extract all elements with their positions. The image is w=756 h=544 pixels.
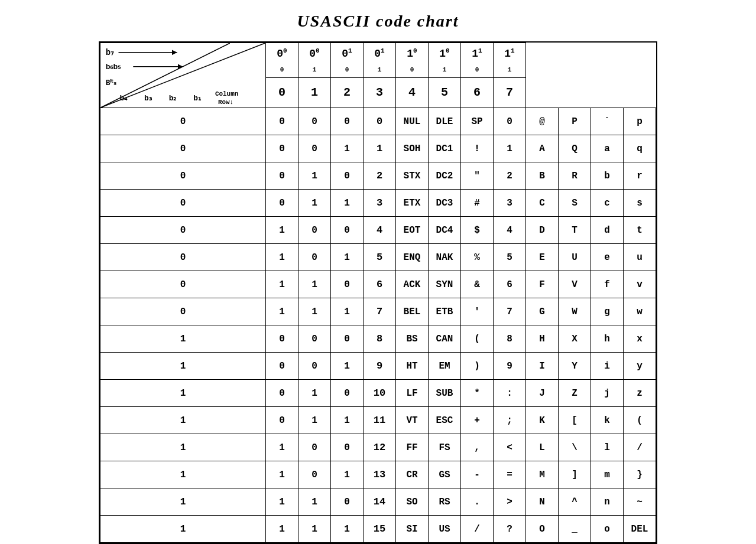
cell-11-0: VT [396, 407, 429, 434]
row-15-b2: 1 [298, 516, 331, 543]
header-b7-7: 111 [494, 43, 526, 78]
row-10-b1: 0 [331, 380, 364, 407]
table-row: 01004EOTDC4$4DTdt [100, 217, 656, 244]
cell-12-1: FS [429, 434, 461, 461]
cell-11-1: ESC [429, 407, 461, 434]
row-8-b4: 1 [100, 325, 266, 353]
cell-3-2: # [461, 190, 494, 217]
row-8-b2: 0 [298, 325, 331, 353]
row-2-b2: 1 [298, 162, 331, 190]
cell-0-6: ` [591, 108, 624, 135]
cell-2-4: B [526, 162, 559, 190]
row-6-b1: 0 [331, 271, 364, 298]
row-11-b4: 1 [100, 407, 266, 434]
table-row: 101111VTESC+;K[k( [100, 407, 656, 434]
row-4-b2: 0 [298, 217, 331, 244]
table-row: 01117BELETB'7GWgw [100, 298, 656, 325]
cell-10-6: j [591, 380, 624, 407]
page-title: USASCII code chart [297, 12, 459, 31]
cell-3-4: C [526, 190, 559, 217]
header-b7-6: 110 [461, 43, 494, 78]
cell-15-3: ? [494, 516, 526, 543]
cell-3-0: ETX [396, 190, 429, 217]
cell-0-1: DLE [429, 108, 461, 135]
row-12-b2: 0 [298, 434, 331, 461]
cell-6-2: & [461, 271, 494, 298]
row-14-b4: 1 [100, 488, 266, 516]
cell-15-5: _ [559, 516, 591, 543]
table-row: 00102STXDC2"2BRbr [100, 162, 656, 190]
cell-13-4: M [526, 461, 559, 488]
cell-9-6: i [591, 353, 624, 380]
cell-10-4: J [526, 380, 559, 407]
cell-12-4: L [526, 434, 559, 461]
corner-cell: b₇ b₆b₅ Bᴵᵗₛ b₄ [100, 43, 266, 108]
cell-14-5: ^ [559, 488, 591, 516]
cell-8-7: x [624, 325, 656, 353]
cell-7-5: W [559, 298, 591, 325]
cell-1-5: Q [559, 135, 591, 162]
cell-6-7: v [624, 271, 656, 298]
row-15-b4: 1 [100, 516, 266, 543]
cell-12-0: FF [396, 434, 429, 461]
cell-13-6: m [591, 461, 624, 488]
cell-6-5: V [559, 271, 591, 298]
cell-0-5: P [559, 108, 591, 135]
cell-3-6: c [591, 190, 624, 217]
cell-2-0: STX [396, 162, 429, 190]
row-3-b4: 0 [100, 190, 266, 217]
row-5-b1: 1 [331, 244, 364, 271]
row-9-b3: 0 [266, 353, 298, 380]
cell-7-4: G [526, 298, 559, 325]
row-9-num: 9 [364, 353, 396, 380]
cell-13-7: } [624, 461, 656, 488]
col-num-0: 0 [266, 77, 298, 108]
row-12-b1: 0 [331, 434, 364, 461]
cell-13-5: ] [559, 461, 591, 488]
row-14-b3: 1 [266, 488, 298, 516]
cell-7-2: ' [461, 298, 494, 325]
row-0-num: 0 [364, 108, 396, 135]
row-13-b1: 1 [331, 461, 364, 488]
row-2-b4: 0 [100, 162, 266, 190]
row-13-b3: 1 [266, 461, 298, 488]
row-8-b1: 0 [331, 325, 364, 353]
cell-11-4: K [526, 407, 559, 434]
row-1-b4: 0 [100, 135, 266, 162]
col-num-3: 3 [364, 77, 396, 108]
row-15-b1: 1 [331, 516, 364, 543]
cell-9-2: ) [461, 353, 494, 380]
row-15-b3: 1 [266, 516, 298, 543]
cell-2-1: DC2 [429, 162, 461, 190]
row-2-num: 2 [364, 162, 396, 190]
cell-9-1: EM [429, 353, 461, 380]
table-row: 110113CRGS-=M]m} [100, 461, 656, 488]
row-8-b3: 0 [266, 325, 298, 353]
row-4-b1: 0 [331, 217, 364, 244]
cell-12-7: / [624, 434, 656, 461]
cell-6-4: F [526, 271, 559, 298]
cell-13-3: = [494, 461, 526, 488]
row-6-b3: 1 [266, 271, 298, 298]
cell-3-7: s [624, 190, 656, 217]
row-3-b2: 1 [298, 190, 331, 217]
cell-4-3: 4 [494, 217, 526, 244]
cell-4-1: DC4 [429, 217, 461, 244]
cell-15-2: / [461, 516, 494, 543]
cell-14-3: > [494, 488, 526, 516]
cell-5-7: u [624, 244, 656, 271]
table-row: 01015ENQNAK%5EUeu [100, 244, 656, 271]
cell-4-0: EOT [396, 217, 429, 244]
svg-text:b₄: b₄ [119, 94, 128, 103]
row-14-b2: 1 [298, 488, 331, 516]
cell-1-3: 1 [494, 135, 526, 162]
col-num-6: 6 [461, 77, 494, 108]
cell-1-6: a [591, 135, 624, 162]
col-num-1: 1 [298, 77, 331, 108]
cell-14-6: n [591, 488, 624, 516]
cell-8-2: ( [461, 325, 494, 353]
cell-0-2: SP [461, 108, 494, 135]
cell-13-0: CR [396, 461, 429, 488]
table-row: 10008BSCAN(8HXhx [100, 325, 656, 353]
cell-8-3: 8 [494, 325, 526, 353]
